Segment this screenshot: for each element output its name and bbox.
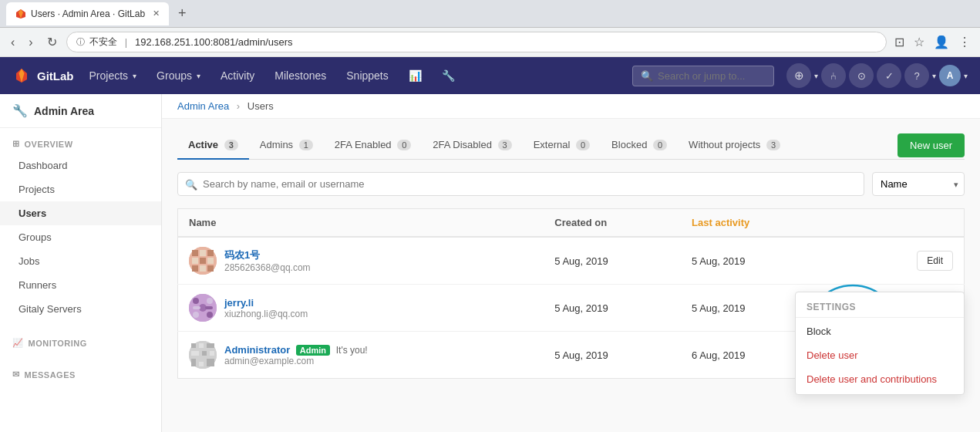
user-created-2: 5 Aug, 2019: [544, 285, 681, 332]
svg-point-15: [193, 298, 199, 304]
tab-close-btn[interactable]: ✕: [153, 8, 160, 19]
svg-rect-24: [199, 343, 204, 348]
search-icon: 🔍: [641, 70, 653, 82]
user-cell-2: jerry.li xiuzhong.li@qq.com: [189, 294, 533, 322]
gitlab-fox-icon: [12, 66, 31, 85]
messages-section-header: ✉ Messages: [0, 365, 161, 384]
nav-right: 🔍 ⊕ ▾ ⑃ ⊙ ✓ ? ▾ A ▾: [632, 63, 968, 88]
browser-nav-icons: ⊡ ☆ 👤 ⋮: [891, 32, 974, 52]
user-name-3[interactable]: Administrator: [224, 344, 290, 356]
sidebar-item-runners[interactable]: Runners: [0, 273, 161, 297]
issues-icon[interactable]: ⊙: [849, 63, 874, 88]
plus-icon[interactable]: ⊕: [786, 63, 811, 88]
tab-active[interactable]: Active 3: [177, 131, 249, 160]
tab-admins[interactable]: Admins 1: [249, 131, 324, 160]
user-created-3: 5 Aug, 2019: [544, 332, 681, 379]
new-user-button[interactable]: New user: [897, 133, 965, 157]
user-info-3: Administrator Admin It's you! admin@exam…: [224, 344, 368, 366]
svg-rect-31: [207, 359, 214, 366]
help-icon[interactable]: ?: [904, 63, 929, 88]
address-bar[interactable]: ⓘ 不安全 | 192.168.251.100:8081/admin/users: [66, 32, 887, 52]
wrench-icon: 🔧: [12, 103, 28, 118]
tab-without-projects-badge: 3: [766, 140, 780, 150]
cast-button[interactable]: ⊡: [891, 32, 908, 52]
nav-menu: Projects Groups Activity Milestones Snip…: [80, 57, 633, 94]
search-wrap: 🔍: [177, 172, 864, 196]
tab-2fa-enabled[interactable]: 2FA Enabled 0: [324, 131, 422, 160]
table-container: Name Created on Last activity: [177, 208, 965, 379]
svg-rect-23: [191, 343, 196, 348]
plus-dropdown[interactable]: ▾: [814, 72, 818, 80]
svg-point-17: [193, 312, 199, 318]
svg-rect-30: [199, 362, 204, 366]
context-menu-block[interactable]: Block: [796, 319, 964, 343]
address-text: 不安全: [89, 35, 117, 49]
sidebar-header: 🔧 Admin Area: [0, 94, 161, 128]
content-area: Active 3 Admins 1 2FA Enabled 0 2FA Disa…: [162, 119, 980, 391]
todos-icon[interactable]: ✓: [877, 63, 901, 88]
svg-rect-9: [200, 258, 206, 264]
menu-button[interactable]: ⋮: [955, 32, 974, 52]
sidebar-item-users[interactable]: Users: [0, 201, 161, 225]
nav-projects[interactable]: Projects: [80, 57, 146, 94]
admin-badge: Admin: [296, 345, 330, 356]
user-search-input[interactable]: [177, 172, 864, 196]
svg-point-18: [207, 312, 213, 318]
back-button[interactable]: ‹: [6, 32, 19, 52]
user-avatar[interactable]: A: [939, 65, 961, 86]
browser-tab[interactable]: Users · Admin Area · GitLab ✕: [6, 2, 169, 25]
new-tab-button[interactable]: +: [175, 5, 190, 22]
sidebar-item-jobs[interactable]: Jobs: [0, 249, 161, 273]
help-dropdown[interactable]: ▾: [932, 72, 936, 80]
edit-button-1[interactable]: Edit: [917, 251, 953, 271]
page-layout: 🔧 Admin Area ⊞ Overview Dashboard Projec…: [0, 94, 980, 432]
breadcrumb-parent-link[interactable]: Admin Area: [177, 100, 229, 112]
sidebar-title: Admin Area: [34, 105, 94, 117]
sidebar-item-groups[interactable]: Groups: [0, 225, 161, 249]
nav-groups[interactable]: Groups: [147, 57, 210, 94]
context-menu-delete-user[interactable]: Delete user: [796, 343, 964, 367]
nav-milestones[interactable]: Milestones: [265, 57, 335, 94]
svg-rect-7: [207, 250, 214, 256]
nav-snippets[interactable]: Snippets: [337, 57, 397, 94]
lock-icon: ⓘ: [76, 36, 85, 48]
user-name-2[interactable]: jerry.li: [224, 297, 308, 309]
sidebar-item-gitaly[interactable]: Gitaly Servers: [0, 297, 161, 321]
context-menu-delete-contributions[interactable]: Delete user and contributions: [796, 367, 964, 391]
svg-rect-6: [200, 250, 206, 256]
col-activity: Last activity: [681, 209, 826, 238]
sidebar: 🔧 Admin Area ⊞ Overview Dashboard Projec…: [0, 94, 162, 432]
sidebar-item-projects[interactable]: Projects: [0, 177, 161, 201]
bookmark-button[interactable]: ☆: [911, 32, 928, 52]
tab-without-projects[interactable]: Without projects 3: [678, 131, 791, 160]
global-search-input[interactable]: [658, 70, 766, 82]
sidebar-messages-section: ✉ Messages: [0, 359, 161, 390]
forward-button[interactable]: ›: [24, 32, 37, 52]
avatar-dropdown[interactable]: ▾: [964, 72, 968, 80]
svg-rect-5: [192, 250, 198, 256]
sort-select[interactable]: Name Newest Oldest Last active Oldest ac…: [872, 172, 965, 196]
gitlab-logo[interactable]: GitLab: [12, 66, 74, 85]
nav-chart-icon[interactable]: 📊: [399, 57, 431, 94]
tab-external[interactable]: External 0: [523, 131, 601, 160]
user-name-1[interactable]: 码农1号: [224, 248, 311, 262]
svg-rect-25: [207, 343, 214, 348]
tabs-row: Active 3 Admins 1 2FA Enabled 0 2FA Disa…: [177, 131, 965, 160]
nav-activity[interactable]: Activity: [211, 57, 264, 94]
svg-rect-10: [207, 258, 214, 264]
merge-requests-icon[interactable]: ⑃: [821, 63, 846, 88]
profile-button[interactable]: 👤: [931, 32, 952, 52]
user-email-3: admin@example.com: [224, 356, 368, 366]
filter-row: 🔍 Name Newest Oldest Last active Oldest …: [177, 172, 965, 196]
nav-wrench-icon[interactable]: 🔧: [433, 57, 464, 94]
reload-button[interactable]: ↻: [42, 32, 62, 52]
sidebar-item-dashboard[interactable]: Dashboard: [0, 154, 161, 177]
tab-2fa-disabled[interactable]: 2FA Disabled 3: [422, 131, 522, 160]
breadcrumb: Admin Area › Users: [162, 94, 980, 119]
tab-blocked[interactable]: Blocked 0: [601, 131, 678, 160]
col-created: Created on: [544, 209, 681, 238]
its-you-label: It's you!: [336, 345, 368, 356]
overview-grid-icon: ⊞: [12, 139, 20, 149]
user-cell-1: 码农1号 285626368@qq.com: [189, 247, 533, 275]
svg-rect-13: [207, 265, 214, 272]
